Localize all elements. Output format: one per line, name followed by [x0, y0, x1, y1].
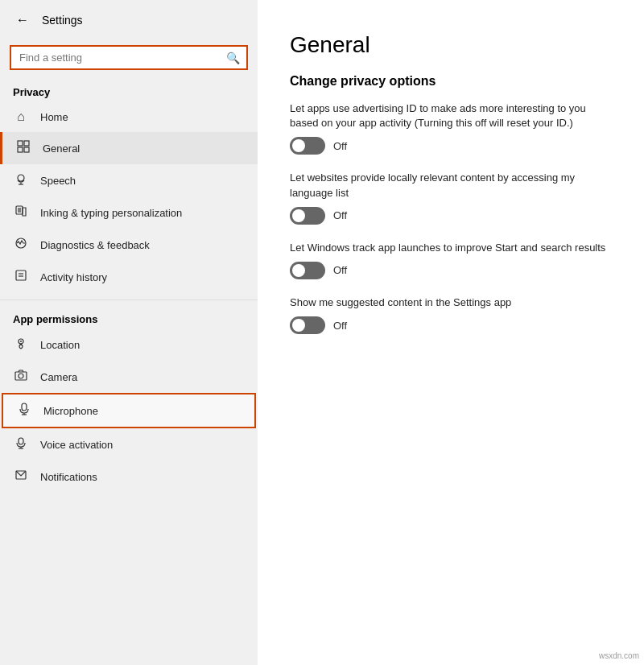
- location-icon: [13, 337, 29, 353]
- track-launches-toggle[interactable]: [290, 262, 325, 279]
- setting-description: Let websites provide locally relevant co…: [290, 171, 612, 200]
- svg-rect-0: [18, 141, 23, 146]
- sidebar-item-label: Activity history: [40, 271, 107, 283]
- sidebar-header: ← Settings: [0, 0, 258, 40]
- toggle-row: Off: [290, 316, 612, 334]
- toggle-row: Off: [290, 207, 612, 225]
- sidebar-item-voice[interactable]: Voice activation: [0, 428, 258, 461]
- sidebar-item-inking[interactable]: Inking & typing personalization: [0, 196, 258, 229]
- privacy-section-label: Privacy: [0, 80, 258, 101]
- speech-icon: [13, 172, 29, 188]
- sidebar-item-label: Voice activation: [40, 439, 113, 451]
- svg-point-4: [18, 175, 24, 181]
- svg-rect-19: [22, 403, 27, 411]
- diagnostics-icon: [13, 237, 29, 253]
- sidebar-item-diagnostics[interactable]: Diagnostics & feedback: [0, 229, 258, 261]
- sidebar-divider: [0, 299, 258, 300]
- toggle-row: Off: [290, 137, 612, 155]
- section-title: Change privacy options: [290, 74, 612, 89]
- activity-icon: [13, 269, 29, 285]
- svg-rect-12: [16, 271, 26, 280]
- voice-icon: [13, 436, 29, 452]
- setting-advertising: Let apps use advertising ID to make ads …: [290, 101, 612, 155]
- setting-description: Let Windows track app launches to improv…: [290, 241, 612, 255]
- setting-track-launches: Let Windows track app launches to improv…: [290, 241, 612, 279]
- sidebar-item-speech[interactable]: Speech: [0, 164, 258, 196]
- microphone-icon: [16, 403, 32, 419]
- sidebar-item-label: Camera: [40, 371, 77, 383]
- inking-icon: [13, 204, 29, 221]
- general-icon: [15, 140, 31, 156]
- setting-language: Let websites provide locally relevant co…: [290, 171, 612, 224]
- toggle-label: Off: [333, 320, 347, 332]
- notifications-icon: [13, 469, 29, 485]
- suggested-content-toggle[interactable]: [290, 316, 325, 334]
- home-icon: [13, 109, 29, 124]
- camera-icon: [13, 369, 29, 385]
- advertising-toggle[interactable]: [290, 137, 325, 155]
- language-toggle[interactable]: [290, 207, 325, 225]
- setting-suggested-content: Show me suggested content in the Setting…: [290, 295, 612, 334]
- back-button[interactable]: ←: [13, 10, 32, 31]
- sidebar-item-microphone[interactable]: Microphone: [2, 393, 256, 428]
- search-icon: 🔍: [226, 52, 240, 64]
- sidebar-item-camera[interactable]: Camera: [0, 361, 258, 393]
- main-content: General Change privacy options Let apps …: [258, 0, 644, 665]
- sidebar-item-label: Inking & typing personalization: [40, 207, 182, 219]
- svg-rect-2: [18, 147, 23, 152]
- sidebar-item-label: General: [43, 142, 80, 155]
- app-permissions-label: App permissions: [0, 307, 258, 328]
- sidebar-item-label: Home: [40, 111, 68, 123]
- toggle-label: Off: [333, 264, 347, 276]
- sidebar: ← Settings 🔍 Privacy Home General: [0, 0, 258, 665]
- sidebar-item-activity[interactable]: Activity history: [0, 261, 258, 293]
- setting-description: Show me suggested content in the Setting…: [290, 295, 612, 310]
- svg-rect-3: [24, 147, 29, 152]
- sidebar-title: Settings: [42, 14, 83, 27]
- sidebar-item-home[interactable]: Home: [0, 101, 258, 132]
- back-icon: ←: [16, 13, 29, 27]
- toggle-row: Off: [290, 262, 612, 279]
- setting-description: Let apps use advertising ID to make ads …: [290, 101, 612, 130]
- sidebar-item-general[interactable]: General: [0, 132, 258, 164]
- svg-rect-1: [24, 141, 29, 146]
- watermark: wsxdn.com: [599, 651, 639, 660]
- svg-point-16: [20, 341, 22, 342]
- search-input[interactable]: [11, 47, 226, 68]
- svg-rect-22: [19, 438, 23, 444]
- toggle-label: Off: [333, 209, 347, 221]
- sidebar-item-label: Notifications: [40, 471, 97, 483]
- sidebar-item-label: Microphone: [43, 405, 98, 417]
- sidebar-item-notifications[interactable]: Notifications: [0, 461, 258, 493]
- sidebar-item-label: Location: [40, 339, 80, 351]
- search-box: 🔍: [10, 45, 248, 70]
- page-title: General: [290, 32, 612, 58]
- sidebar-item-label: Diagnostics & feedback: [40, 239, 150, 251]
- svg-point-18: [19, 374, 23, 378]
- sidebar-item-location[interactable]: Location: [0, 328, 258, 361]
- toggle-label: Off: [333, 140, 347, 152]
- sidebar-item-label: Speech: [40, 175, 76, 187]
